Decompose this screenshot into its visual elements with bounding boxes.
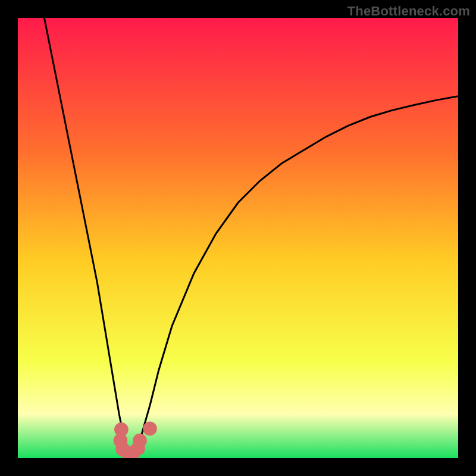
gradient-background xyxy=(18,18,458,458)
plot-area xyxy=(18,18,458,458)
watermark-text: TheBottleneck.com xyxy=(347,4,470,19)
marker-dot xyxy=(133,434,147,448)
chart-frame: TheBottleneck.com xyxy=(0,0,476,476)
marker-dot xyxy=(143,422,157,436)
plot-svg xyxy=(18,18,458,458)
